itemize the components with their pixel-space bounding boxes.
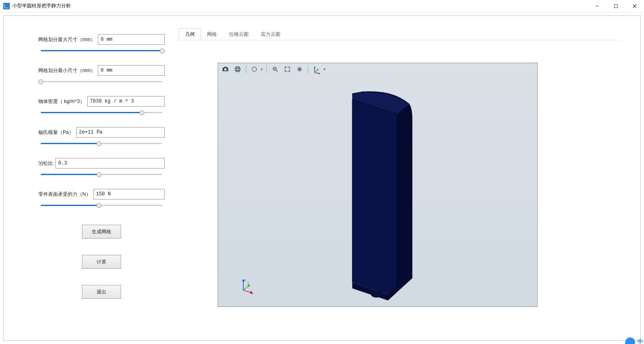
- app-icon: [3, 3, 10, 9]
- print-icon[interactable]: [233, 64, 243, 74]
- chevron-down-icon[interactable]: ▼: [260, 68, 263, 71]
- tab-stress[interactable]: 应力云图: [255, 28, 287, 40]
- toolbar-separator: [308, 65, 308, 73]
- param-label: 零件表面承受的力（N）: [38, 191, 91, 198]
- tab-content: ▼: [179, 40, 620, 328]
- badge-text: 中: [637, 338, 643, 344]
- param-label: 网格划分最小尺寸（mm）: [38, 67, 95, 74]
- param-min-mesh: 网格划分最小尺寸（mm）: [38, 65, 165, 85]
- param-label: 网格划分最大尺寸（mm）: [38, 36, 95, 43]
- param-label: 杨氏模量（Pa）: [38, 129, 74, 136]
- tab-mesh[interactable]: 网格: [201, 28, 223, 40]
- exit-button[interactable]: 退出: [82, 285, 121, 299]
- toolbar-separator: [246, 65, 246, 73]
- youngs-input[interactable]: [76, 127, 165, 138]
- chevron-down-icon[interactable]: ▼: [323, 68, 326, 71]
- svg-line-12: [276, 70, 278, 72]
- tab-displacement[interactable]: 位移云图: [223, 28, 255, 40]
- parameter-panel: 网格划分最大尺寸（mm） 网格划分最小尺寸（mm） 物体密度（ kg: [38, 34, 165, 299]
- badge-circle-icon: [625, 337, 635, 344]
- max-mesh-input[interactable]: [98, 34, 165, 45]
- toolbar-separator: [267, 65, 267, 73]
- param-label: 物体密度（ kg/m^3）: [38, 98, 85, 105]
- poisson-input[interactable]: [55, 158, 165, 169]
- svg-rect-5: [224, 67, 227, 68]
- close-button[interactable]: [625, 0, 644, 12]
- svg-point-6: [224, 68, 227, 71]
- spin-icon[interactable]: [249, 64, 259, 74]
- titlebar: 小型半圆柱形把手静力分析: [0, 0, 644, 12]
- minimize-button[interactable]: [588, 0, 607, 12]
- force-input[interactable]: [93, 189, 165, 199]
- min-mesh-input[interactable]: [98, 65, 165, 76]
- svg-text:y: y: [247, 281, 249, 285]
- svg-rect-25: [371, 291, 382, 295]
- tab-geometry[interactable]: 几何: [179, 28, 201, 40]
- svg-point-16: [299, 69, 300, 70]
- force-slider[interactable]: [38, 203, 165, 208]
- youngs-slider[interactable]: [38, 141, 165, 147]
- generate-mesh-button[interactable]: 生成网格: [82, 225, 121, 239]
- ime-badge: 中: [625, 334, 643, 344]
- compute-button[interactable]: 计算: [82, 255, 121, 269]
- result-panel: 几何 网格 位移云图 应力云图 ▼: [179, 28, 620, 328]
- param-density: 物体密度（ kg/m^3）: [38, 96, 165, 116]
- action-buttons: 生成网格 计算 退出: [38, 225, 165, 299]
- svg-text:x: x: [251, 291, 253, 294]
- max-mesh-slider[interactable]: [38, 48, 165, 54]
- tabs: 几何 网格 位移云图 应力云图: [179, 28, 620, 40]
- param-max-mesh: 网格划分最大尺寸（mm）: [38, 34, 165, 54]
- density-input[interactable]: [87, 96, 165, 107]
- param-youngs: 杨氏模量（Pa）: [38, 127, 165, 147]
- svg-rect-1: [614, 4, 618, 8]
- viewer-toolbar: ▼: [218, 63, 537, 75]
- param-label: 泊松比: [38, 160, 53, 167]
- fit-all-icon[interactable]: [282, 64, 292, 74]
- axis-triad: z x y: [238, 278, 255, 294]
- window-controls: [588, 0, 644, 12]
- model-canvas[interactable]: z x y: [218, 75, 537, 307]
- svg-marker-20: [318, 72, 320, 74]
- svg-text:z: z: [244, 278, 246, 282]
- param-poisson: 泊松比: [38, 158, 165, 177]
- svg-rect-9: [236, 70, 239, 72]
- svg-rect-8: [236, 67, 239, 68]
- 3d-viewer[interactable]: ▼: [218, 63, 538, 307]
- zoom-window-icon[interactable]: [270, 64, 280, 74]
- svg-marker-18: [314, 66, 315, 68]
- orbit-icon[interactable]: [295, 64, 304, 74]
- window-title: 小型半圆柱形把手静力分析: [12, 2, 71, 9]
- param-force: 零件表面承受的力（N）: [38, 189, 165, 208]
- poisson-slider[interactable]: [38, 172, 165, 177]
- snapshot-icon[interactable]: [221, 64, 230, 74]
- main-frame: 网格划分最大尺寸（mm） 网格划分最小尺寸（mm） 物体密度（ kg: [3, 15, 641, 341]
- axes-icon[interactable]: [311, 64, 322, 74]
- maximize-button[interactable]: [607, 0, 625, 12]
- min-mesh-slider[interactable]: [38, 79, 165, 85]
- density-slider[interactable]: [38, 110, 165, 116]
